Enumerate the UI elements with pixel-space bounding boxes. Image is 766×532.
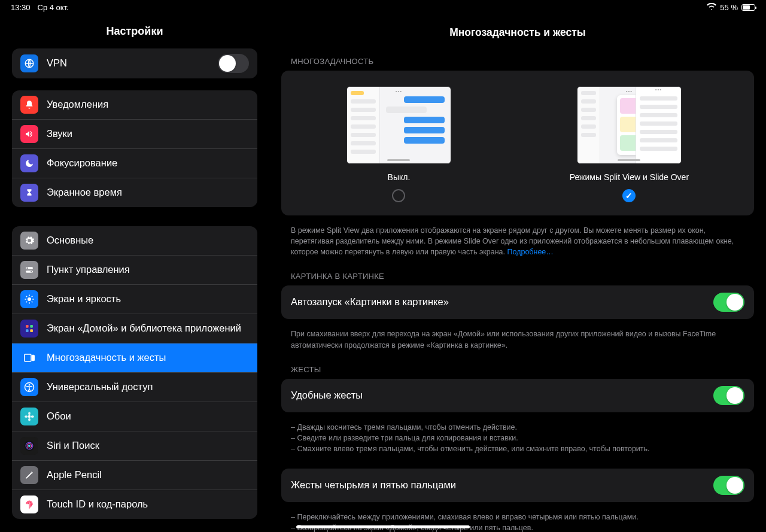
svg-rect-11: [32, 355, 35, 361]
multitasking-mode-card: ••• Выкл. ••• ••• Режимы Split View и Sl…: [281, 71, 754, 215]
sidebar-item-label: Экран «Домой» и библиотека приложений: [47, 323, 249, 335]
svg-rect-6: [26, 325, 29, 328]
globe-icon: [20, 54, 38, 72]
option-multitasking-off[interactable]: ••• Выкл.: [346, 86, 451, 202]
sidebar-item-label: Звуки: [47, 128, 249, 140]
detail-title: Многозадачность и жесты: [269, 16, 766, 57]
sidebar-item-label: Уведомления: [47, 99, 249, 111]
battery-icon: [741, 4, 755, 11]
pip-card: Автозапуск «Картинки в картинке»: [281, 285, 754, 319]
switches-icon: [20, 261, 38, 279]
svg-point-15: [28, 412, 31, 415]
sidebar-item-focus[interactable]: Фокусирование: [12, 149, 257, 178]
four-five-footer: – Переключайтесь между приложениями, сма…: [269, 508, 766, 532]
sidebar-item-wallpaper[interactable]: Обои: [12, 402, 257, 431]
option-label: Выкл.: [346, 172, 451, 182]
section-header-gestures: ЖЕСТЫ: [269, 365, 766, 379]
sidebar-item-label: Фокусирование: [47, 157, 249, 169]
svg-rect-9: [30, 329, 33, 332]
sidebar-item-siri[interactable]: Siri и Поиск: [12, 431, 257, 461]
multitasking-footer: В режиме Split View два приложения отобр…: [269, 221, 766, 272]
sidebar-item-apple-pencil[interactable]: Apple Pencil: [12, 461, 257, 490]
sidebar-item-touch-id[interactable]: Touch ID и код-пароль: [12, 490, 257, 519]
hourglass-icon: [20, 184, 38, 202]
sidebar-title: Настройки: [0, 16, 269, 48]
grid-icon: [20, 320, 38, 338]
gear-icon: [20, 232, 38, 250]
sidebar-item-label: Многозадачность и жесты: [47, 352, 249, 364]
wifi-icon: [707, 3, 716, 12]
svg-point-14: [28, 415, 31, 418]
status-time: 13:30: [11, 3, 31, 12]
svg-point-18: [31, 415, 34, 418]
section-header-multitasking: МНОГОЗАДАЧНОСТЬ: [269, 57, 766, 71]
svg-point-4: [31, 271, 32, 273]
thumb-split: ••• •••: [577, 86, 682, 164]
radio-unchecked[interactable]: [392, 189, 405, 202]
pip-autostart-cell[interactable]: Автозапуск «Картинки в картинке»: [281, 285, 754, 319]
four-five-toggle[interactable]: [713, 476, 744, 495]
option-multitasking-split-slide[interactable]: ••• ••• Режимы Split View и Slide Over ✓: [570, 86, 689, 202]
four-five-gestures-cell[interactable]: Жесты четырьмя и пятью пальцами: [281, 469, 754, 502]
sidebar-item-label: Универсальный доступ: [47, 381, 249, 393]
radio-checked[interactable]: ✓: [622, 189, 636, 202]
section-header-pip: КАРТИНКА В КАРТИНКЕ: [269, 272, 766, 285]
sidebar-item-display[interactable]: Экран и яркость: [12, 285, 257, 314]
svg-point-13: [29, 384, 31, 386]
handy-gestures-footer: – Дважды коснитесь тремя пальцами, чтобы…: [269, 418, 766, 469]
svg-rect-8: [26, 329, 29, 332]
sidebar-item-general[interactable]: Основные: [12, 226, 257, 256]
more-link[interactable]: Подробнее…: [507, 248, 553, 256]
sidebar-item-label: Основные: [47, 235, 249, 247]
svg-point-5: [28, 297, 31, 301]
sidebar-item-screentime[interactable]: Экранное время: [12, 178, 257, 207]
cell-label: Удобные жесты: [291, 390, 713, 402]
bell-icon: [20, 96, 38, 114]
status-bar: 13:30 Ср 4 окт. 55 %: [0, 0, 766, 14]
sidebar-item-label: Apple Pencil: [47, 469, 249, 481]
shake-card: Удобные жесты: [281, 379, 754, 412]
cell-label: Жесты четырьмя и пятью пальцами: [291, 479, 713, 491]
status-date: Ср 4 окт.: [38, 3, 69, 12]
vpn-toggle[interactable]: [218, 54, 249, 73]
handy-gestures-toggle[interactable]: [713, 386, 744, 405]
svg-point-16: [28, 418, 31, 421]
sidebar-item-label: Экранное время: [47, 187, 249, 199]
option-label: Режимы Split View и Slide Over: [570, 172, 689, 182]
pip-footer: При смахивании вверх для перехода на экр…: [269, 325, 766, 364]
four-five-card: Жесты четырьмя и пятью пальцами: [281, 469, 754, 502]
handy-gestures-cell[interactable]: Удобные жесты: [281, 379, 754, 412]
sidebar-item-label: Touch ID и код-пароль: [47, 498, 249, 510]
sidebar-item-control-center[interactable]: Пункт управления: [12, 256, 257, 285]
sidebar-item-label: Обои: [47, 411, 249, 422]
svg-rect-7: [30, 325, 33, 328]
multitask-icon: [20, 349, 38, 367]
sun-icon: [20, 290, 38, 308]
sidebar-item-label: Пункт управления: [47, 264, 249, 276]
sidebar-item-multitasking[interactable]: Многозадачность и жесты: [12, 343, 257, 373]
moon-icon: [20, 154, 38, 172]
sidebar-item-home-screen[interactable]: Экран «Домой» и библиотека приложений: [12, 314, 257, 343]
siri-icon: [20, 437, 38, 455]
cell-label: Автозапуск «Картинки в картинке»: [291, 296, 713, 308]
flower-icon: [20, 408, 38, 425]
sidebar-item-sounds[interactable]: Звуки: [12, 120, 257, 149]
home-indicator[interactable]: [296, 525, 470, 528]
settings-sidebar: Настройки VPN Уведомления Звуки Фокусиро…: [0, 0, 269, 532]
accessibility-icon: [20, 378, 38, 396]
fingerprint-icon: [20, 495, 38, 513]
vpn-label: VPN: [47, 57, 218, 69]
svg-rect-10: [25, 354, 31, 361]
svg-point-17: [25, 415, 28, 418]
svg-point-3: [26, 267, 28, 269]
pip-toggle[interactable]: [713, 293, 744, 312]
detail-pane: Многозадачность и жесты МНОГОЗАДАЧНОСТЬ …: [269, 0, 766, 532]
sidebar-item-label: Siri и Поиск: [47, 440, 249, 452]
battery-percent: 55 %: [720, 3, 738, 12]
sidebar-item-vpn[interactable]: VPN: [12, 48, 257, 78]
sidebar-item-notifications[interactable]: Уведомления: [12, 90, 257, 120]
sidebar-item-accessibility[interactable]: Универсальный доступ: [12, 373, 257, 402]
speaker-icon: [20, 125, 38, 143]
thumb-off: •••: [346, 86, 451, 164]
sidebar-item-label: Экран и яркость: [47, 293, 249, 305]
